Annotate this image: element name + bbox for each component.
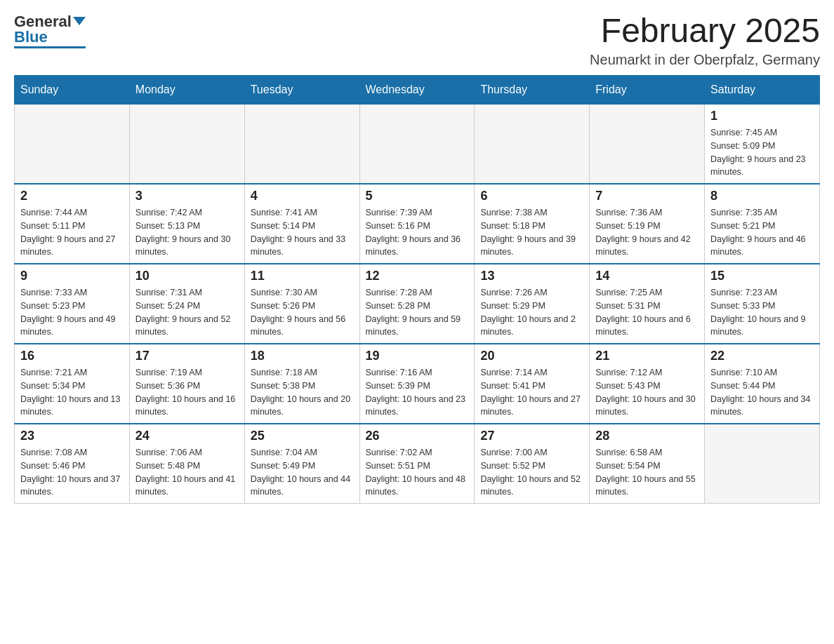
logo-blue: Blue: [14, 28, 48, 46]
day-number: 3: [135, 189, 239, 203]
calendar-table: Sunday Monday Tuesday Wednesday Thursday…: [14, 75, 820, 504]
logo-triangle-icon: [73, 17, 86, 25]
day-info: Sunrise: 7:25 AM Sunset: 5:31 PM Dayligh…: [595, 286, 699, 339]
table-row: 27Sunrise: 7:00 AM Sunset: 5:52 PM Dayli…: [475, 424, 590, 504]
logo-underline: [14, 46, 86, 48]
col-wednesday: Wednesday: [359, 76, 475, 104]
day-number: 24: [135, 429, 239, 443]
title-area: February 2025 Neumarkt in der Oberpfalz,…: [590, 14, 820, 68]
table-row: 3Sunrise: 7:42 AM Sunset: 5:13 PM Daylig…: [129, 184, 244, 264]
day-info: Sunrise: 7:21 AM Sunset: 5:34 PM Dayligh…: [20, 366, 124, 419]
col-tuesday: Tuesday: [244, 76, 359, 104]
day-info: Sunrise: 7:28 AM Sunset: 5:28 PM Dayligh…: [366, 286, 469, 339]
day-number: 28: [595, 429, 699, 443]
table-row: [15, 104, 130, 184]
table-row: 11Sunrise: 7:30 AM Sunset: 5:26 PM Dayli…: [244, 264, 359, 344]
day-number: 26: [366, 429, 469, 443]
day-number: 19: [366, 349, 469, 363]
day-number: 12: [366, 269, 469, 283]
day-number: 1: [710, 109, 814, 123]
day-number: 22: [710, 349, 814, 363]
table-row: 22Sunrise: 7:10 AM Sunset: 5:44 PM Dayli…: [705, 344, 820, 424]
logo: General Blue: [14, 14, 86, 48]
day-number: 23: [20, 429, 124, 443]
table-row: 16Sunrise: 7:21 AM Sunset: 5:34 PM Dayli…: [15, 344, 130, 424]
table-row: 14Sunrise: 7:25 AM Sunset: 5:31 PM Dayli…: [590, 264, 705, 344]
table-row: 1Sunrise: 7:45 AM Sunset: 5:09 PM Daylig…: [705, 104, 820, 184]
table-row: 6Sunrise: 7:38 AM Sunset: 5:18 PM Daylig…: [475, 184, 590, 264]
table-row: 10Sunrise: 7:31 AM Sunset: 5:24 PM Dayli…: [129, 264, 244, 344]
day-number: 16: [20, 349, 124, 363]
day-number: 15: [710, 269, 814, 283]
calendar-week-row: 16Sunrise: 7:21 AM Sunset: 5:34 PM Dayli…: [15, 344, 820, 424]
table-row: 15Sunrise: 7:23 AM Sunset: 5:33 PM Dayli…: [705, 264, 820, 344]
day-number: 14: [595, 269, 699, 283]
calendar-week-row: 9Sunrise: 7:33 AM Sunset: 5:23 PM Daylig…: [15, 264, 820, 344]
table-row: [590, 104, 705, 184]
day-number: 6: [480, 189, 583, 203]
col-thursday: Thursday: [475, 76, 590, 104]
day-number: 25: [251, 429, 354, 443]
table-row: 25Sunrise: 7:04 AM Sunset: 5:49 PM Dayli…: [244, 424, 359, 504]
day-info: Sunrise: 7:36 AM Sunset: 5:19 PM Dayligh…: [595, 206, 699, 259]
day-info: Sunrise: 6:58 AM Sunset: 5:54 PM Dayligh…: [595, 446, 699, 499]
day-info: Sunrise: 7:12 AM Sunset: 5:43 PM Dayligh…: [595, 366, 699, 419]
day-info: Sunrise: 7:44 AM Sunset: 5:11 PM Dayligh…: [20, 206, 124, 259]
logo-text: General Blue: [14, 14, 86, 45]
day-info: Sunrise: 7:19 AM Sunset: 5:36 PM Dayligh…: [135, 366, 239, 419]
day-info: Sunrise: 7:41 AM Sunset: 5:14 PM Dayligh…: [251, 206, 354, 259]
page-header: General Blue February 2025 Neumarkt in d…: [14, 14, 820, 68]
calendar-week-row: 23Sunrise: 7:08 AM Sunset: 5:46 PM Dayli…: [15, 424, 820, 504]
table-row: 4Sunrise: 7:41 AM Sunset: 5:14 PM Daylig…: [244, 184, 359, 264]
calendar-week-row: 2Sunrise: 7:44 AM Sunset: 5:11 PM Daylig…: [15, 184, 820, 264]
col-monday: Monday: [129, 76, 244, 104]
day-info: Sunrise: 7:39 AM Sunset: 5:16 PM Dayligh…: [366, 206, 469, 259]
table-row: [705, 424, 820, 504]
table-row: 19Sunrise: 7:16 AM Sunset: 5:39 PM Dayli…: [359, 344, 475, 424]
day-info: Sunrise: 7:18 AM Sunset: 5:38 PM Dayligh…: [251, 366, 354, 419]
day-info: Sunrise: 7:14 AM Sunset: 5:41 PM Dayligh…: [480, 366, 583, 419]
col-sunday: Sunday: [15, 76, 130, 104]
location-title: Neumarkt in der Oberpfalz, Germany: [590, 52, 820, 68]
col-friday: Friday: [590, 76, 705, 104]
day-info: Sunrise: 7:42 AM Sunset: 5:13 PM Dayligh…: [135, 206, 239, 259]
table-row: [475, 104, 590, 184]
day-info: Sunrise: 7:00 AM Sunset: 5:52 PM Dayligh…: [480, 446, 583, 499]
month-title: February 2025: [590, 14, 820, 48]
table-row: 24Sunrise: 7:06 AM Sunset: 5:48 PM Dayli…: [129, 424, 244, 504]
table-row: 9Sunrise: 7:33 AM Sunset: 5:23 PM Daylig…: [15, 264, 130, 344]
day-number: 8: [710, 189, 814, 203]
table-row: 23Sunrise: 7:08 AM Sunset: 5:46 PM Dayli…: [15, 424, 130, 504]
day-number: 17: [135, 349, 239, 363]
day-number: 18: [251, 349, 354, 363]
day-info: Sunrise: 7:33 AM Sunset: 5:23 PM Dayligh…: [20, 286, 124, 339]
day-info: Sunrise: 7:16 AM Sunset: 5:39 PM Dayligh…: [366, 366, 469, 419]
day-number: 27: [480, 429, 583, 443]
day-info: Sunrise: 7:26 AM Sunset: 5:29 PM Dayligh…: [480, 286, 583, 339]
table-row: 12Sunrise: 7:28 AM Sunset: 5:28 PM Dayli…: [359, 264, 475, 344]
day-info: Sunrise: 7:35 AM Sunset: 5:21 PM Dayligh…: [710, 206, 814, 259]
table-row: 13Sunrise: 7:26 AM Sunset: 5:29 PM Dayli…: [475, 264, 590, 344]
table-row: 2Sunrise: 7:44 AM Sunset: 5:11 PM Daylig…: [15, 184, 130, 264]
table-row: [129, 104, 244, 184]
day-number: 9: [20, 269, 124, 283]
day-number: 2: [20, 189, 124, 203]
table-row: 18Sunrise: 7:18 AM Sunset: 5:38 PM Dayli…: [244, 344, 359, 424]
day-info: Sunrise: 7:10 AM Sunset: 5:44 PM Dayligh…: [710, 366, 814, 419]
day-number: 4: [251, 189, 354, 203]
day-number: 21: [595, 349, 699, 363]
table-row: 7Sunrise: 7:36 AM Sunset: 5:19 PM Daylig…: [590, 184, 705, 264]
table-row: 17Sunrise: 7:19 AM Sunset: 5:36 PM Dayli…: [129, 344, 244, 424]
table-row: 21Sunrise: 7:12 AM Sunset: 5:43 PM Dayli…: [590, 344, 705, 424]
table-row: 20Sunrise: 7:14 AM Sunset: 5:41 PM Dayli…: [475, 344, 590, 424]
day-info: Sunrise: 7:06 AM Sunset: 5:48 PM Dayligh…: [135, 446, 239, 499]
table-row: 8Sunrise: 7:35 AM Sunset: 5:21 PM Daylig…: [705, 184, 820, 264]
day-info: Sunrise: 7:02 AM Sunset: 5:51 PM Dayligh…: [366, 446, 469, 499]
table-row: [359, 104, 475, 184]
day-info: Sunrise: 7:31 AM Sunset: 5:24 PM Dayligh…: [135, 286, 239, 339]
table-row: [244, 104, 359, 184]
day-info: Sunrise: 7:30 AM Sunset: 5:26 PM Dayligh…: [251, 286, 354, 339]
day-number: 20: [480, 349, 583, 363]
day-info: Sunrise: 7:45 AM Sunset: 5:09 PM Dayligh…: [710, 126, 814, 179]
col-saturday: Saturday: [705, 76, 820, 104]
